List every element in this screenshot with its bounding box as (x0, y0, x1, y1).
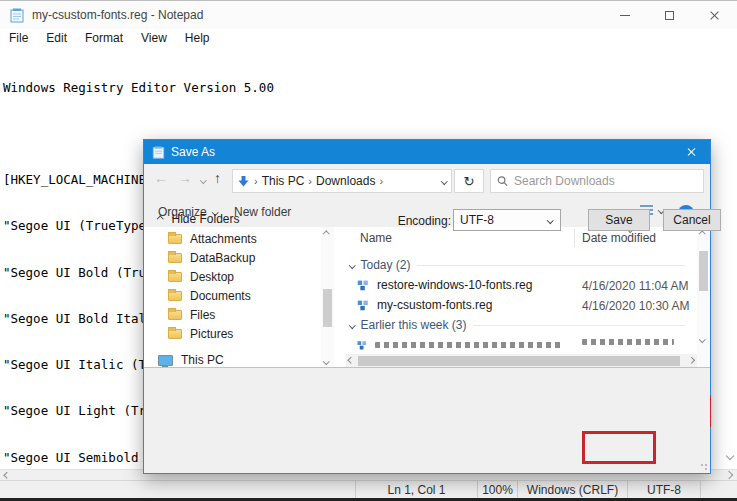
refresh-button[interactable]: ↻ (454, 169, 484, 193)
downloads-icon (237, 175, 250, 188)
registry-file-icon (356, 278, 370, 292)
status-zoom: 100% (477, 481, 517, 498)
registry-file-icon (356, 339, 368, 351)
folder-tree: Attachments DataBackup Desktop Documents… (144, 227, 321, 368)
scroll-left-icon (348, 357, 354, 363)
scrollbar-thumb[interactable] (323, 289, 332, 327)
dialog-notepad-icon (152, 146, 165, 159)
refresh-icon: ↻ (464, 174, 475, 189)
file-row-my-csustom-fonts[interactable]: my-csustom-fonts.reg (356, 296, 492, 314)
save-as-dialog: Save As ← → ↑ › This PC › Downloads › ↻ (143, 139, 711, 474)
menu-edit[interactable]: Edit (37, 30, 76, 46)
scroll-down-icon (323, 358, 329, 364)
status-spacer (0, 481, 355, 498)
menu-file[interactable]: File (0, 30, 37, 46)
tree-item-desktop[interactable]: Desktop (168, 268, 234, 286)
encoding-label: Encoding: (366, 214, 451, 228)
minimize-button[interactable] (602, 1, 647, 29)
list-horizontal-scrollbar[interactable] (346, 354, 697, 368)
menu-format[interactable]: Format (76, 30, 132, 46)
back-button[interactable]: ← (154, 170, 168, 186)
chevron-up-icon (157, 216, 163, 222)
dialog-close-button[interactable] (672, 140, 710, 164)
file-date: 4/16/2020 11:04 AM (582, 279, 689, 293)
address-dropdown-icon[interactable] (441, 178, 447, 184)
scrollbar-thumb[interactable] (358, 356, 680, 366)
close-icon (686, 147, 696, 157)
file-row-clipped[interactable] (356, 336, 563, 354)
file-list: Name Date modified Today (2) (346, 227, 710, 368)
search-box[interactable] (490, 169, 704, 193)
new-folder-button[interactable]: New folder (234, 205, 291, 219)
this-pc-icon (158, 355, 173, 366)
scroll-up-icon (323, 231, 329, 237)
cancel-button[interactable]: Cancel (663, 209, 721, 231)
folder-icon (168, 329, 182, 339)
tree-item-attachments[interactable]: Attachments (168, 230, 257, 248)
folder-icon (168, 272, 182, 282)
collapse-group-icon (349, 322, 355, 328)
resize-grip[interactable] (700, 463, 708, 471)
maximize-button[interactable] (647, 1, 692, 29)
group-rule (417, 265, 685, 266)
folder-icon (168, 291, 182, 301)
clipped-file-date (582, 339, 674, 345)
column-separator (574, 229, 575, 247)
group-header-earlier-week[interactable]: Earlier this week (3) (350, 318, 685, 332)
encoding-select[interactable]: UTF-8 (453, 209, 561, 231)
save-button[interactable]: Save (588, 209, 650, 231)
scroll-down-icon (699, 336, 705, 342)
menu-view[interactable]: View (132, 30, 176, 46)
tree-item-documents[interactable]: Documents (168, 287, 251, 305)
tree-item-this-pc[interactable]: This PC (158, 351, 224, 368)
dialog-content: Attachments DataBackup Desktop Documents… (144, 227, 710, 368)
folder-icon (168, 234, 182, 244)
file-date: 4/16/2020 10:30 AM (582, 299, 689, 313)
breadcrumb-separator: › (379, 175, 383, 187)
notepad-window: my-csustom-fonts.reg - Notepad File Edit… (0, 0, 737, 501)
list-vertical-scrollbar[interactable] (697, 227, 710, 368)
group-header-today[interactable]: Today (2) (350, 258, 685, 272)
scrollbar-thumb[interactable] (699, 251, 708, 291)
clipped-file-name (375, 342, 563, 348)
recent-locations-icon[interactable] (200, 177, 206, 183)
close-button[interactable] (692, 1, 737, 29)
up-button[interactable]: ↑ (214, 170, 221, 186)
scroll-left-icon (4, 472, 10, 478)
column-date-modified[interactable]: Date modified (582, 231, 656, 245)
folder-icon (168, 253, 182, 263)
search-input[interactable] (514, 174, 697, 188)
tree-item-pictures[interactable]: Pictures (168, 325, 233, 343)
window-title: my-csustom-fonts.reg - Notepad (32, 8, 203, 22)
chevron-down-icon (547, 217, 553, 223)
notepad-menubar: File Edit Format View Help (0, 29, 737, 47)
folder-icon (168, 310, 182, 320)
dialog-footer (144, 368, 710, 473)
file-row-restore-fonts[interactable]: restore-windows-10-fonts.reg (356, 276, 532, 294)
status-end (700, 481, 737, 498)
tree-item-databackup[interactable]: DataBackup (168, 249, 255, 267)
maximize-icon (665, 11, 674, 20)
menu-help[interactable]: Help (176, 30, 219, 46)
text-line: Windows Registry Editor Version 5.00 (3, 80, 737, 95)
column-name[interactable]: Name (360, 231, 392, 245)
notepad-icon (10, 8, 24, 23)
notepad-status-bar: Ln 1, Col 1 100% Windows (CRLF) UTF-8 (0, 480, 737, 498)
minimize-icon (620, 15, 630, 16)
hide-folders-button[interactable]: Hide Folders (158, 212, 240, 226)
dialog-titlebar: Save As (144, 140, 710, 164)
collapse-group-icon (349, 262, 355, 268)
breadcrumb-downloads[interactable]: Downloads (316, 174, 375, 188)
tree-scrollbar[interactable] (321, 227, 334, 368)
notepad-titlebar: my-csustom-fonts.reg - Notepad (0, 1, 737, 29)
tree-item-files[interactable]: Files (168, 306, 215, 324)
breadcrumb-this-pc[interactable]: This PC (262, 174, 305, 188)
status-line-ending: Windows (CRLF) (517, 481, 627, 498)
breadcrumb-separator: › (254, 175, 258, 187)
address-bar[interactable]: › This PC › Downloads › (232, 169, 452, 193)
forward-button[interactable]: → (178, 170, 192, 186)
scroll-right-icon (688, 357, 694, 363)
status-line-col: Ln 1, Col 1 (355, 481, 477, 498)
search-icon (497, 175, 508, 187)
status-encoding: UTF-8 (627, 481, 700, 498)
